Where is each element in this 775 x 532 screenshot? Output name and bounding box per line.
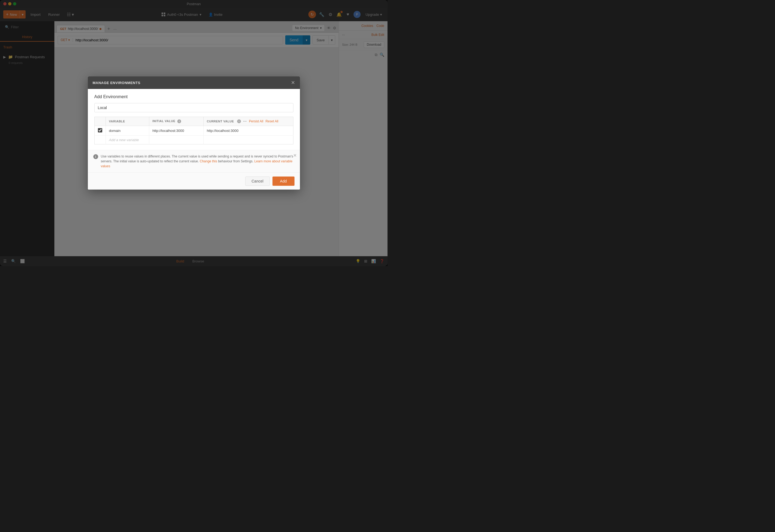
info-text: Use variables to reuse values in differe… bbox=[101, 154, 294, 169]
info-box: i Use variables to reuse values in diffe… bbox=[88, 150, 300, 172]
env-name-input[interactable] bbox=[94, 103, 293, 112]
new-row-checkbox-cell bbox=[94, 136, 105, 144]
col-checkbox bbox=[94, 117, 105, 126]
new-variable-cell[interactable]: Add a new variable bbox=[105, 136, 149, 144]
initial-info-icon: i bbox=[177, 119, 181, 123]
app-window: Postman + New ▾ Import Runner ☷ ▾ Auth0 … bbox=[0, 0, 388, 266]
manage-environments-modal: MANAGE ENVIRONMENTS ✕ Add Environment VA… bbox=[88, 76, 300, 189]
modal-section-title: Add Environment bbox=[94, 94, 293, 99]
info-close-button[interactable]: ✕ bbox=[293, 153, 297, 158]
change-this-link[interactable]: Change this bbox=[200, 159, 217, 163]
row-checkbox[interactable] bbox=[98, 128, 102, 132]
new-variable-row: Add a new variable bbox=[94, 136, 293, 144]
cancel-button[interactable]: Cancel bbox=[245, 176, 270, 186]
modal-overlay: MANAGE ENVIRONMENTS ✕ Add Environment VA… bbox=[0, 0, 388, 266]
col-variable-header: VARIABLE bbox=[105, 117, 149, 126]
persist-all-link[interactable]: Persist All bbox=[249, 119, 263, 123]
modal-body: Add Environment VARIABLE INITIAL VALUE i bbox=[88, 89, 300, 150]
row-checkbox-cell[interactable] bbox=[94, 126, 105, 136]
table-row: domain http://localhost:3000 http://loca… bbox=[94, 126, 293, 136]
row-initial-cell[interactable]: http://localhost:3000 bbox=[149, 126, 203, 136]
table-actions-dots[interactable]: ··· bbox=[243, 119, 247, 123]
col-initial-header: INITIAL VALUE i bbox=[149, 117, 203, 126]
row-variable-cell[interactable]: domain bbox=[105, 126, 149, 136]
current-info-icon: i bbox=[237, 119, 241, 123]
modal-header: MANAGE ENVIRONMENTS ✕ bbox=[88, 76, 300, 89]
env-variables-table: VARIABLE INITIAL VALUE i CURRENT VALUE i bbox=[94, 117, 293, 144]
modal-footer: Cancel Add bbox=[88, 172, 300, 189]
modal-close-button[interactable]: ✕ bbox=[291, 80, 295, 85]
new-initial-cell[interactable] bbox=[149, 136, 203, 144]
new-current-cell[interactable] bbox=[203, 136, 293, 144]
modal-title: MANAGE ENVIRONMENTS bbox=[93, 81, 141, 85]
add-button[interactable]: Add bbox=[272, 176, 294, 186]
col-current-header: CURRENT VALUE i ··· Persist All Reset Al… bbox=[203, 117, 293, 126]
row-current-cell[interactable]: http://localhost:3000 bbox=[203, 126, 293, 136]
reset-all-link[interactable]: Reset All bbox=[265, 119, 278, 123]
info-icon: i bbox=[93, 154, 98, 159]
